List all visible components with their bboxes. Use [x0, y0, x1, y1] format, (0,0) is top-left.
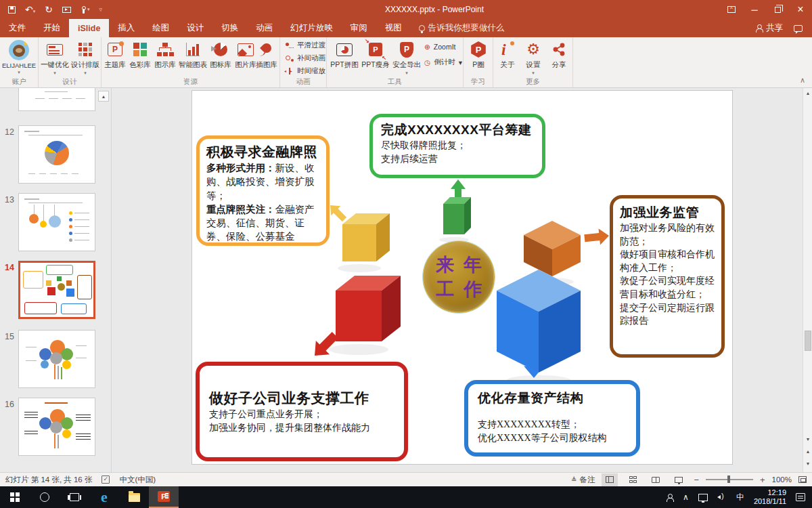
zoom-in-button[interactable]: +	[760, 475, 765, 485]
tell-me-box[interactable]: 告诉我你想要做什么	[411, 19, 513, 37]
scroll-up-icon[interactable]: ▲	[804, 89, 812, 98]
start-button[interactable]	[0, 486, 30, 508]
tab-design[interactable]: 设计	[178, 19, 212, 37]
save-icon[interactable]	[8, 6, 16, 14]
close-button[interactable]: ×	[789, 0, 812, 19]
ppt-slim-button[interactable]: P PPT瘦身	[361, 40, 390, 70]
feedback-icon[interactable]	[794, 25, 803, 32]
minimize-button[interactable]: ─	[743, 0, 766, 19]
yellow-cube[interactable]	[342, 213, 390, 261]
normal-view-button[interactable]	[602, 473, 618, 486]
time-scale-button[interactable]: 时间缩放	[286, 66, 325, 76]
thumbnail-slide-15[interactable]	[18, 330, 95, 388]
slide-thumbnail-panel[interactable]: ▲ 12 13	[0, 88, 112, 472]
tab-islide[interactable]: iSlide	[69, 19, 109, 37]
tray-expand-icon[interactable]: ∧	[683, 492, 689, 502]
smooth-transition-button[interactable]: 平滑过渡	[286, 41, 325, 50]
touch-mode-button[interactable]: ▾	[81, 6, 90, 14]
volume-icon[interactable]	[717, 493, 727, 501]
tab-view[interactable]: 视图	[376, 19, 411, 37]
slide-editor-area[interactable]: 来年 工作 完成XXXXXXXX平台筹建 尽快取得牌照批复； 支持后续运营 积极…	[112, 88, 803, 472]
ribbon-share-button[interactable]: 分享	[547, 40, 570, 70]
clock[interactable]: 12:19 2018/1/11	[754, 488, 786, 506]
thumbnail-slide-11[interactable]	[18, 88, 95, 111]
color-library-button[interactable]: 色彩库	[128, 40, 152, 70]
people-tray-icon[interactable]	[667, 494, 673, 501]
action-center-icon[interactable]	[796, 493, 805, 501]
tab-file[interactable]: 文件	[0, 19, 35, 37]
account-button[interactable]: ELIJAHLEE ▾	[4, 40, 34, 75]
diagram-library-button[interactable]: 图示库	[153, 40, 177, 70]
one-key-optimize-button[interactable]: 一键优化▾	[40, 40, 70, 76]
redo-icon[interactable]: ↻	[45, 5, 53, 14]
illustration-library-button[interactable]: 插图库	[254, 40, 279, 70]
ppt-puzzle-button[interactable]: PPT拼图	[330, 40, 359, 70]
zoom-slider-thumb[interactable]	[727, 475, 730, 483]
red-callout-box[interactable]: 做好子公司业务支撑工作 支持子公司重点业务开展； 加强业务协同，提升集团整体作战…	[196, 362, 408, 461]
cortana-button[interactable]	[30, 486, 60, 508]
zoom-level[interactable]: 100%	[772, 475, 792, 484]
thumbnail-slide-16[interactable]	[18, 398, 95, 456]
undo-button[interactable]: ↶▾	[25, 3, 35, 16]
tab-transitions[interactable]: 切换	[212, 19, 247, 37]
restore-button[interactable]	[766, 0, 789, 19]
previous-slide-icon[interactable]: ▲	[804, 447, 812, 456]
orange-callout-box[interactable]: 积极寻求金融牌照 多种形式并用：新设、收购、战略投资、增资扩股等； 重点牌照关注…	[196, 135, 330, 246]
smart-chart-button[interactable]: 智能图表	[178, 40, 208, 70]
vertical-scrollbar[interactable]: ▲ ▼ ▲ ▼	[803, 88, 812, 472]
zoomit-button[interactable]: ⊕ZoomIt	[424, 43, 456, 51]
brown-callout-box[interactable]: 加强业务监管 加强对业务风险的有效防范； 做好项目审核和合作机构准入工作； 敦促…	[610, 195, 725, 358]
task-view-button[interactable]	[60, 486, 89, 508]
safe-export-button[interactable]: P 安全导出▾	[392, 40, 422, 76]
slide-sorter-view-button[interactable]	[625, 473, 641, 486]
p-circle-button[interactable]: P P圈	[464, 40, 493, 70]
green-cube[interactable]	[443, 197, 471, 234]
next-slide-icon[interactable]: ▼	[804, 459, 812, 468]
tab-insert[interactable]: 插入	[109, 19, 143, 37]
customize-qat-icon[interactable]: ▿	[99, 6, 103, 13]
tab-draw[interactable]: 绘图	[143, 19, 178, 37]
orange-cube[interactable]	[524, 221, 581, 276]
ime-indicator[interactable]: 中	[736, 492, 744, 503]
scrollbar-thumb[interactable]	[805, 331, 811, 351]
spell-check-icon[interactable]	[102, 475, 110, 484]
slideshow-view-button[interactable]	[671, 473, 687, 486]
tab-review[interactable]: 审阅	[342, 19, 376, 37]
thumbnail-slide-14-selected[interactable]	[18, 261, 95, 319]
tween-animation-button[interactable]: 补间动画	[286, 54, 325, 63]
thumbnail-scroll-up-icon[interactable]: ▲	[98, 91, 109, 102]
powerpoint-taskbar-button[interactable]: P	[149, 486, 179, 508]
icon-library-button[interactable]: 图标库	[208, 40, 233, 70]
notes-toggle-button[interactable]: ≜备注	[571, 475, 595, 485]
red-cube[interactable]	[336, 276, 401, 341]
blue-cube[interactable]	[497, 270, 581, 373]
ribbon-display-options-button[interactable]	[720, 0, 743, 19]
start-slideshow-icon[interactable]	[62, 7, 71, 13]
settings-button[interactable]: ⚙ 设置▾	[522, 40, 545, 76]
network-icon[interactable]	[698, 494, 708, 501]
slide-canvas[interactable]: 来年 工作 完成XXXXXXXX平台筹建 尽快取得牌照批复； 支持后续运营 积极…	[191, 90, 733, 465]
zoom-slider[interactable]	[706, 479, 753, 480]
orange-arrow[interactable]	[584, 228, 610, 247]
edge-button[interactable]: e	[89, 486, 119, 508]
tab-home[interactable]: 开始	[35, 19, 69, 37]
blue-callout-box[interactable]: 优化存量资产结构 支持XXXXXXXX转型； 优化XXXXX等子公司股权结构	[464, 380, 640, 457]
design-layout-button[interactable]: 设计排版▾	[70, 40, 100, 76]
language-status[interactable]: 中文(中国)	[119, 475, 156, 485]
file-explorer-button[interactable]	[119, 486, 149, 508]
tab-slideshow[interactable]: 幻灯片放映	[281, 19, 342, 37]
reading-view-button[interactable]	[648, 473, 664, 486]
green-callout-box[interactable]: 完成XXXXXXXX平台筹建 尽快取得牌照批复； 支持后续运营	[369, 114, 545, 178]
countdown-button[interactable]: ◷倒计时▾	[424, 58, 462, 67]
share-button[interactable]: 共享	[756, 22, 783, 34]
about-button[interactable]: i 关于	[496, 40, 519, 70]
scroll-down-icon[interactable]: ▼	[804, 435, 812, 444]
collapse-ribbon-icon[interactable]: ∧	[800, 76, 805, 85]
center-coin-shape[interactable]: 来年 工作	[423, 241, 495, 313]
zoom-out-button[interactable]: −	[694, 475, 699, 485]
fit-to-window-icon[interactable]	[798, 476, 807, 483]
tab-animations[interactable]: 动画	[247, 19, 281, 37]
thumbnail-slide-12[interactable]	[18, 125, 95, 184]
theme-library-button[interactable]: P 主题库	[103, 40, 127, 70]
thumbnail-slide-13[interactable]	[18, 193, 95, 251]
